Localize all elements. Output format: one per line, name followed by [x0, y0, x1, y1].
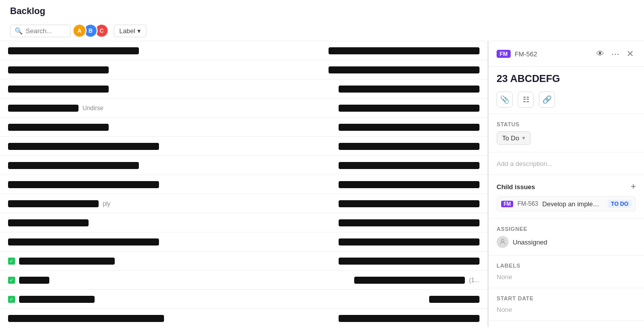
- child-issue-tag: FM: [501, 201, 513, 207]
- detail-header: FM FM-562 👁 ⋯ ✕: [489, 41, 644, 67]
- search-icon: 🔍: [15, 27, 23, 35]
- chevron-down-icon: ▾: [522, 135, 525, 141]
- issue-tag-badge: FM: [497, 50, 511, 58]
- table-row[interactable]: [0, 41, 488, 60]
- table-row[interactable]: ✓ (1...: [0, 271, 488, 290]
- child-issues-section: Child issues + FM FM-563 Develop an impl…: [489, 175, 644, 219]
- issue-icon: ✓: [8, 258, 15, 265]
- close-button[interactable]: ✕: [624, 47, 636, 60]
- table-row[interactable]: [0, 118, 488, 137]
- issue-icon: ✓: [8, 296, 15, 303]
- start-date-label: START DATE: [497, 295, 636, 301]
- chevron-down-icon: ▾: [137, 27, 141, 35]
- assignee-label: ASSIGNEE: [497, 226, 636, 232]
- child-issues-header: Child issues +: [497, 182, 636, 191]
- issue-icon: ✓: [8, 277, 15, 284]
- table-row[interactable]: [0, 175, 488, 194]
- row-label: Undirse: [83, 105, 103, 112]
- labels-section: LABELS None: [489, 256, 644, 288]
- row-id: (1...: [469, 277, 479, 284]
- child-issue-row[interactable]: FM FM-563 Develop an implementation pl..…: [497, 196, 636, 211]
- child-issue-title: Develop an implementation pl...: [542, 200, 604, 208]
- label-filter-button[interactable]: Label ▾: [114, 25, 146, 37]
- labels-value: None: [497, 273, 512, 281]
- attachment-button[interactable]: 📎: [497, 92, 513, 108]
- due-date-section: DUE DATE None: [489, 321, 644, 327]
- hierarchy-button[interactable]: ☷: [518, 92, 534, 108]
- avatar-group: A B C: [75, 24, 109, 38]
- status-value: To Do: [502, 134, 519, 142]
- table-row[interactable]: [0, 60, 488, 79]
- table-row[interactable]: Undirse: [0, 99, 488, 118]
- user-icon: [499, 238, 507, 246]
- assignee-name: Unassigned: [513, 238, 547, 246]
- table-row[interactable]: ply: [0, 194, 488, 213]
- assignee-section: ASSIGNEE Unassigned: [489, 219, 644, 256]
- table-row[interactable]: [0, 213, 488, 232]
- main-content: Undirse pl: [0, 41, 644, 327]
- table-row[interactable]: ✓: [0, 252, 488, 271]
- table-row[interactable]: [0, 232, 488, 252]
- assignee-row[interactable]: Unassigned: [497, 236, 636, 248]
- watch-button[interactable]: 👁: [594, 48, 606, 59]
- svg-point-0: [501, 239, 504, 242]
- status-section: STATUS To Do ▾: [489, 114, 644, 152]
- toolbar: 🔍 A B C Label ▾: [0, 21, 644, 41]
- assignee-avatar: [497, 236, 509, 248]
- add-child-issue-button[interactable]: +: [630, 182, 636, 191]
- search-input[interactable]: [26, 27, 66, 35]
- backlog-list[interactable]: Undirse pl: [0, 41, 488, 327]
- issue-full-id: FM-562: [515, 50, 537, 58]
- description-placeholder[interactable]: Add a description...: [497, 160, 552, 168]
- label-filter-text: Label: [119, 27, 135, 35]
- avatar-1[interactable]: A: [72, 24, 87, 38]
- search-box[interactable]: 🔍: [10, 25, 70, 37]
- table-row[interactable]: [0, 309, 488, 327]
- table-row[interactable]: ✓: [0, 290, 488, 309]
- detail-actions: 👁 ⋯ ✕: [594, 47, 636, 60]
- status-dropdown[interactable]: To Do ▾: [497, 131, 531, 145]
- detail-panel: FM FM-562 👁 ⋯ ✕ 23 ABCDEFG 📎 ☷ 🔗 STATUS: [488, 41, 644, 327]
- more-options-button[interactable]: ⋯: [609, 48, 621, 60]
- child-issue-id: FM-563: [517, 200, 538, 207]
- detail-icon-buttons: 📎 ☷ 🔗: [489, 89, 644, 114]
- description-section[interactable]: Add a description...: [489, 152, 644, 175]
- page-title: Backlog: [10, 6, 634, 17]
- app-container: Backlog 🔍 A B C Label ▾: [0, 0, 644, 327]
- row-label: ply: [103, 200, 110, 207]
- page-header: Backlog: [0, 0, 644, 21]
- child-issues-title: Child issues: [497, 183, 535, 191]
- link-button[interactable]: 🔗: [539, 92, 555, 108]
- detail-title: 23 ABCDEFG: [489, 67, 644, 89]
- table-row[interactable]: [0, 137, 488, 156]
- table-row[interactable]: [0, 156, 488, 175]
- labels-label: LABELS: [497, 263, 636, 269]
- table-row[interactable]: [0, 79, 488, 99]
- start-date-value: None: [497, 306, 512, 313]
- child-issue-status-badge: TO DO: [608, 200, 631, 208]
- status-label: STATUS: [497, 121, 636, 127]
- start-date-section: START DATE None: [489, 288, 644, 321]
